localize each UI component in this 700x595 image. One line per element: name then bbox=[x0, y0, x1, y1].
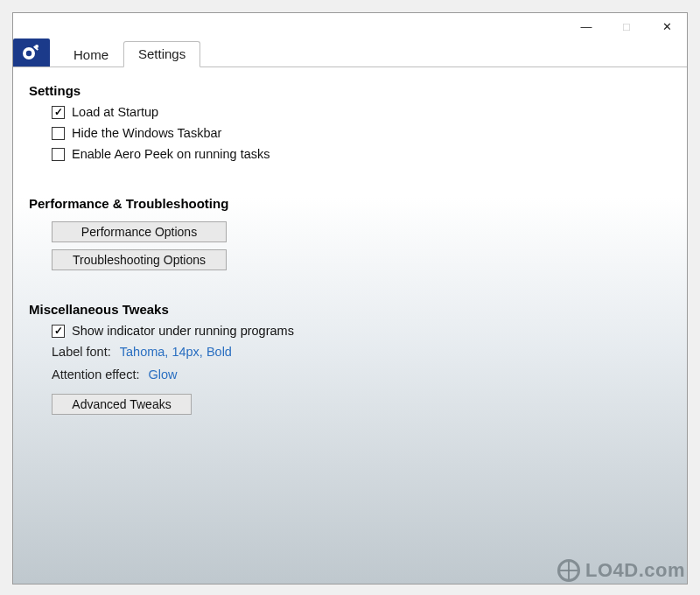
watermark: LO4D.com bbox=[557, 559, 685, 582]
tab-settings[interactable]: Settings bbox=[123, 41, 200, 67]
checkbox-hide-taskbar[interactable]: Hide the Windows Taskbar bbox=[52, 126, 671, 140]
app-icon[interactable] bbox=[13, 38, 50, 66]
checkbox-load-at-startup[interactable]: Load at Startup bbox=[52, 105, 671, 119]
checkbox-icon bbox=[52, 106, 65, 119]
section-title-perf: Performance & Troubleshooting bbox=[29, 196, 671, 211]
performance-options-button[interactable]: Performance Options bbox=[52, 221, 227, 242]
tab-home[interactable]: Home bbox=[59, 42, 123, 67]
checkbox-icon bbox=[52, 148, 65, 161]
checkbox-label: Load at Startup bbox=[72, 105, 158, 119]
maximize-button[interactable]: □ bbox=[606, 13, 647, 39]
section-title-misc: Miscellaneous Tweaks bbox=[29, 302, 671, 317]
app-window: — □ ✕ Home Settings Settings Load at Sta… bbox=[12, 12, 688, 584]
checkbox-label: Enable Aero Peek on running tasks bbox=[72, 147, 270, 161]
checkbox-show-indicator[interactable]: Show indicator under running programs bbox=[52, 324, 671, 338]
titlebar: — □ ✕ bbox=[13, 13, 687, 39]
watermark-text: LO4D.com bbox=[585, 559, 685, 582]
advanced-tweaks-button[interactable]: Advanced Tweaks bbox=[52, 394, 192, 415]
label-font-row: Label font: Tahoma, 14px, Bold bbox=[52, 345, 671, 359]
checkbox-icon bbox=[52, 325, 65, 338]
attention-effect-value[interactable]: Glow bbox=[149, 368, 178, 382]
globe-icon bbox=[557, 559, 580, 582]
section-title-settings: Settings bbox=[29, 83, 671, 98]
tab-bar: Home Settings bbox=[13, 39, 687, 67]
label-font-value[interactable]: Tahoma, 14px, Bold bbox=[120, 345, 232, 359]
attention-effect-key: Attention effect: bbox=[52, 368, 140, 382]
window-controls: — □ ✕ bbox=[566, 13, 687, 39]
svg-point-1 bbox=[26, 51, 32, 56]
minimize-button[interactable]: — bbox=[566, 13, 606, 39]
checkbox-label: Hide the Windows Taskbar bbox=[72, 126, 221, 140]
close-button[interactable]: ✕ bbox=[647, 13, 687, 39]
troubleshooting-options-button[interactable]: Troubleshooting Options bbox=[52, 249, 227, 270]
checkbox-enable-aero-peek[interactable]: Enable Aero Peek on running tasks bbox=[52, 147, 671, 161]
checkbox-label: Show indicator under running programs bbox=[72, 324, 294, 338]
label-font-key: Label font: bbox=[52, 345, 111, 359]
settings-panel: Settings Load at Startup Hide the Window… bbox=[13, 67, 687, 584]
checkbox-icon bbox=[52, 127, 65, 140]
attention-effect-row: Attention effect: Glow bbox=[52, 368, 671, 382]
